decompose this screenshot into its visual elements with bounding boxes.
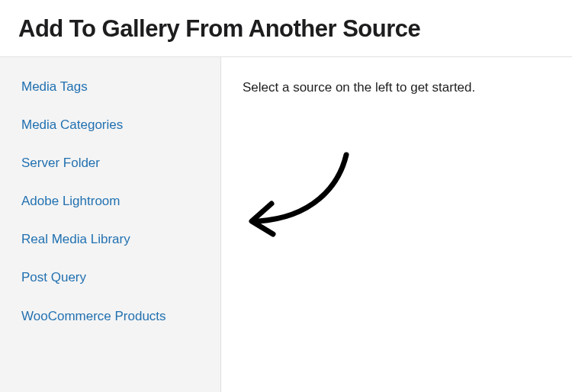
arrow-icon bbox=[239, 149, 354, 259]
content-area: Media Tags Media Categories Server Folde… bbox=[0, 57, 572, 392]
sidebar-item-post-query[interactable]: Post Query bbox=[21, 269, 199, 286]
sidebar-item-real-media-library[interactable]: Real Media Library bbox=[21, 231, 199, 248]
sidebar-item-adobe-lightroom[interactable]: Adobe Lightroom bbox=[21, 193, 199, 210]
source-sidebar: Media Tags Media Categories Server Folde… bbox=[0, 57, 221, 392]
instruction-text: Select a source on the left to get start… bbox=[243, 80, 551, 95]
sidebar-item-woocommerce-products[interactable]: WooCommerce Products bbox=[21, 308, 199, 325]
sidebar-item-server-folder[interactable]: Server Folder bbox=[21, 155, 199, 172]
page-header: Add To Gallery From Another Source bbox=[0, 0, 572, 56]
sidebar-item-media-categories[interactable]: Media Categories bbox=[21, 117, 199, 133]
sidebar-item-media-tags[interactable]: Media Tags bbox=[21, 79, 199, 95]
page-title: Add To Gallery From Another Source bbox=[18, 15, 554, 43]
main-panel: Select a source on the left to get start… bbox=[221, 57, 572, 392]
